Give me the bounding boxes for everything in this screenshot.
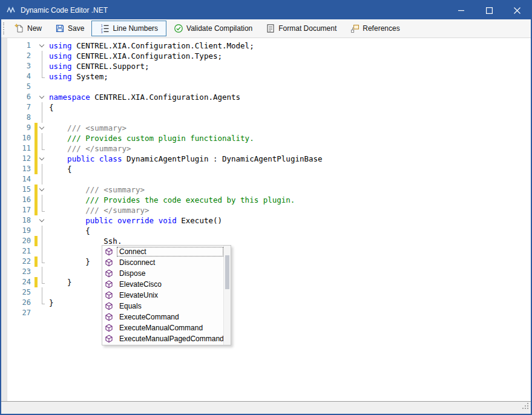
code-line[interactable]: 27 (1, 308, 531, 318)
code-line[interactable]: 19 { (1, 226, 531, 236)
minimize-button[interactable] (447, 1, 475, 19)
fold-line-cell (38, 164, 47, 174)
line-number: 24 (1, 277, 33, 287)
fold-chevron-icon[interactable] (39, 186, 44, 191)
code-text (47, 246, 49, 257)
code-line[interactable]: 24 } (1, 277, 531, 287)
code-line[interactable]: 8 (1, 113, 531, 123)
scrollbar-thumb[interactable] (225, 255, 229, 289)
line-numbers-toggle[interactable]: 1 2 3 Line Numbers (91, 21, 166, 36)
code-line[interactable]: 23 (1, 267, 531, 277)
fold-chevron-cell (38, 123, 47, 133)
validate-compilation-button[interactable]: Validate Compilation (168, 21, 258, 36)
close-button[interactable] (503, 1, 531, 19)
code-text: using CENTREL.Support; (47, 61, 149, 71)
line-number: 9 (1, 123, 33, 133)
code-editor[interactable]: 1using CENTREL.XIA.Configuration.Client.… (1, 38, 531, 402)
code-line[interactable]: 16 /// Provides the code executed by thi… (1, 195, 531, 205)
code-line[interactable]: 26} (1, 298, 531, 308)
code-line[interactable]: 20 Ssh. (1, 236, 531, 246)
fold-guide-corner (42, 205, 45, 212)
autocomplete-item[interactable]: Equals (102, 301, 223, 312)
new-button[interactable]: New (8, 21, 48, 36)
code-line[interactable]: 25 (1, 287, 531, 298)
code-line[interactable]: 6namespace CENTREL.XIA.Configuration.Age… (1, 92, 531, 102)
autocomplete-item[interactable]: Disconnect (102, 257, 223, 268)
fold-chevron-icon[interactable] (39, 125, 44, 129)
autocomplete-item[interactable]: ExecuteManualPagedCommand (102, 333, 223, 344)
code-line[interactable]: 10 /// Provides custom plugin functional… (1, 133, 531, 143)
code-line[interactable]: 4using System; (1, 71, 531, 82)
fold-chevron-icon[interactable] (39, 42, 44, 47)
line-number: 12 (1, 154, 33, 164)
fold-chevron-cell (38, 154, 47, 164)
code-text: /// <summary> (47, 185, 145, 195)
autocomplete-item-label: Connect (117, 247, 223, 257)
fold-chevron-cell (38, 185, 47, 195)
code-line[interactable]: 13 { (1, 164, 531, 174)
autocomplete-item[interactable]: ExecuteManualCommand (102, 322, 223, 333)
fold-chevron-icon[interactable] (39, 217, 44, 222)
code-line[interactable]: 21 (1, 246, 531, 257)
fold-guide-line (42, 267, 42, 277)
code-lines: 1using CENTREL.XIA.Configuration.Client.… (1, 41, 531, 318)
save-button-label: Save (68, 24, 84, 33)
method-icon (105, 291, 113, 299)
autocomplete-item-label: Disconnect (117, 258, 223, 267)
fold-guide-corner (42, 277, 45, 284)
validate-compilation-icon (174, 24, 183, 33)
code-text: using CENTREL.XIA.Configuration.Types; (47, 51, 222, 61)
format-document-icon (266, 24, 275, 33)
code-text: /// </summary> (47, 143, 131, 154)
fold-line-cell (38, 195, 47, 205)
code-line[interactable]: 3using CENTREL.Support; (1, 61, 531, 71)
autocomplete-item[interactable]: Connect (102, 246, 223, 257)
autocomplete-item-label: Dispose (117, 269, 223, 278)
code-line[interactable]: 9 /// <summary> (1, 123, 531, 133)
validate-compilation-label: Validate Compilation (186, 24, 252, 33)
method-icon (105, 247, 113, 256)
fold-end-cell (38, 143, 47, 154)
code-text (47, 287, 49, 298)
fold-line-cell (38, 287, 47, 298)
code-line[interactable]: 18 public override void Execute() (1, 215, 531, 226)
code-line[interactable]: 1using CENTREL.XIA.Configuration.Client.… (1, 41, 531, 51)
code-line[interactable]: 17 /// </summary> (1, 205, 531, 215)
method-icon (105, 258, 113, 267)
code-line[interactable]: 2using CENTREL.XIA.Configuration.Types; (1, 51, 531, 61)
toolbar: New Save 1 2 3 Line Numbers (1, 19, 531, 38)
code-text (47, 267, 49, 277)
code-text (47, 82, 49, 92)
autocomplete-item-label: ExecuteManualPagedCommand (117, 334, 226, 344)
code-line[interactable]: 15 /// <summary> (1, 185, 531, 195)
code-line[interactable]: 5 (1, 82, 531, 92)
fold-line-cell (38, 236, 47, 246)
autocomplete-scrollbar[interactable] (223, 246, 231, 345)
line-number: 6 (1, 92, 33, 102)
fold-chevron-icon[interactable] (39, 155, 44, 160)
autocomplete-item[interactable]: Dispose (102, 268, 223, 279)
autocomplete-item[interactable]: ElevateUnix (102, 290, 223, 301)
references-button[interactable]: References (344, 21, 406, 36)
code-line[interactable]: 7{ (1, 102, 531, 113)
line-number: 3 (1, 61, 33, 71)
autocomplete-item[interactable]: ExecuteCommand (102, 312, 223, 322)
line-number: 16 (1, 195, 33, 205)
resize-grip[interactable] (522, 401, 529, 412)
fold-chevron-icon[interactable] (39, 94, 44, 99)
code-line[interactable]: 12 public class DynamicAgentPlugin : Dyn… (1, 154, 531, 164)
format-document-label: Format Document (278, 24, 337, 33)
references-label: References (363, 24, 399, 33)
format-document-button[interactable]: Format Document (260, 21, 343, 36)
code-line[interactable]: 14 (1, 174, 531, 185)
toolbar-grip[interactable] (3, 22, 4, 34)
code-line[interactable]: 22 } (1, 257, 531, 267)
autocomplete-item[interactable]: ElevateCisco (102, 279, 223, 290)
maximize-button[interactable] (475, 1, 503, 19)
save-button[interactable]: Save (49, 21, 90, 36)
fold-line-cell (38, 226, 47, 236)
code-text: namespace CENTREL.XIA.Configuration.Agen… (47, 92, 240, 102)
code-line[interactable]: 11 /// </summary> (1, 143, 531, 154)
app-icon (6, 5, 16, 15)
fold-end-cell (38, 71, 47, 82)
